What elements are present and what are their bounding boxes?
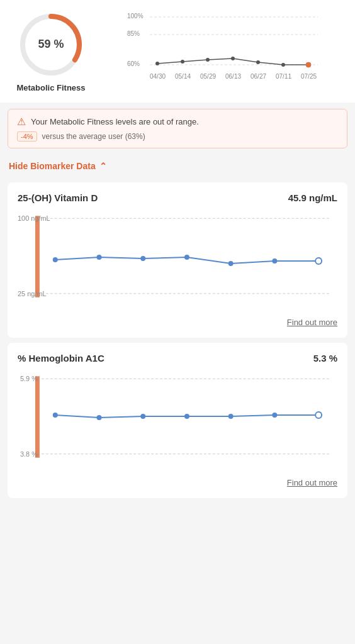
svg-text:60%: 60%: [127, 60, 140, 67]
svg-point-30: [184, 255, 189, 260]
hide-biomarker-toggle[interactable]: Hide Biomarker Data ⌃: [0, 155, 355, 177]
svg-text:100%: 100%: [127, 13, 144, 19]
svg-point-11: [231, 57, 235, 60]
svg-point-43: [228, 414, 234, 419]
gauge-percentage: 59 %: [38, 38, 64, 50]
trend-chart: 100% 85% 60% 04/30 05/14 05/29 06/: [102, 11, 345, 92]
svg-point-33: [315, 258, 322, 264]
svg-point-31: [228, 261, 234, 266]
biomarker-header-vitamind: 25-(OH) Vitamin D 45.9 ng/mL: [18, 192, 337, 203]
svg-text:05/14: 05/14: [175, 73, 191, 80]
svg-text:5.9 %: 5.9 %: [20, 375, 38, 382]
svg-text:05/29: 05/29: [200, 73, 216, 80]
alert-main-text: Your Metabolic Fitness levels are out of…: [31, 117, 199, 126]
svg-text:07/11: 07/11: [276, 73, 291, 80]
svg-point-13: [281, 63, 285, 67]
biomarker-title-hba1c: % Hemoglobin A1C: [18, 353, 104, 364]
find-out-more-link-hba1c[interactable]: Find out more: [287, 478, 337, 487]
find-out-more-vitamind[interactable]: Find out more: [18, 316, 337, 328]
svg-text:85%: 85%: [127, 30, 140, 37]
hide-biomarker-label: Hide Biomarker Data: [9, 161, 96, 171]
biomarker-title-vitamind: 25-(OH) Vitamin D: [18, 192, 98, 203]
svg-point-12: [256, 60, 260, 64]
svg-text:07/25: 07/25: [301, 73, 317, 80]
trend-chart-svg: 100% 85% 60% 04/30 05/14 05/29 06/: [102, 11, 345, 92]
alert-badge: -4%: [17, 131, 37, 142]
alert-icon: ⚠: [17, 116, 26, 128]
svg-point-8: [155, 62, 159, 65]
find-out-more-hba1c[interactable]: Find out more: [18, 477, 337, 488]
biomarker-chart-vitamind: 100 ng/mL 25 ng/mL: [18, 209, 337, 310]
svg-point-40: [97, 415, 102, 420]
alert-box: ⚠ Your Metabolic Fitness levels are out …: [8, 109, 347, 148]
svg-point-29: [140, 256, 145, 261]
vitamind-svg: 100 ng/mL 25 ng/mL: [18, 209, 337, 310]
svg-text:06/13: 06/13: [225, 73, 241, 80]
hba1c-svg: 5.9 % 3.8 %: [18, 370, 337, 470]
biomarker-header-hba1c: % Hemoglobin A1C 5.3 %: [18, 353, 337, 364]
svg-text:3.8 %: 3.8 %: [20, 450, 38, 458]
gauge-label: Metabolic Fitness: [16, 83, 85, 92]
svg-point-45: [315, 412, 322, 418]
svg-point-39: [53, 413, 58, 418]
svg-rect-22: [35, 216, 40, 297]
svg-point-44: [272, 413, 277, 418]
alert-row: ⚠ Your Metabolic Fitness levels are out …: [17, 116, 338, 128]
svg-point-41: [140, 414, 145, 419]
svg-point-32: [272, 258, 277, 264]
alert-sub-text: versus the average user (63%): [42, 132, 145, 141]
svg-text:06/27: 06/27: [251, 73, 266, 80]
biomarker-value-hba1c: 5.3 %: [313, 353, 337, 364]
header-section: 59 % Metabolic Fitness 100% 85% 60%: [0, 0, 355, 103]
svg-point-42: [184, 414, 189, 419]
gauge-svg: 59 %: [16, 10, 86, 79]
chevron-up-icon: ⌃: [99, 161, 107, 171]
svg-text:04/30: 04/30: [150, 73, 166, 80]
gauge-container: 59 % Metabolic Fitness: [10, 10, 92, 92]
svg-point-10: [206, 58, 210, 62]
svg-point-9: [181, 60, 184, 64]
svg-rect-34: [35, 376, 40, 457]
biomarker-card-hba1c: % Hemoglobin A1C 5.3 % 5.9 % 3.8 %: [8, 343, 347, 498]
biomarker-value-vitamind: 45.9 ng/mL: [288, 192, 337, 203]
biomarker-card-vitamind: 25-(OH) Vitamin D 45.9 ng/mL 100 ng/mL 2…: [8, 182, 347, 338]
find-out-more-link-vitamind[interactable]: Find out more: [287, 318, 337, 327]
svg-text:100 ng/mL: 100 ng/mL: [18, 214, 50, 222]
svg-point-14: [306, 62, 311, 67]
svg-point-27: [53, 257, 58, 262]
alert-sub: -4% versus the average user (63%): [17, 131, 338, 142]
svg-point-28: [97, 255, 102, 260]
biomarker-chart-hba1c: 5.9 % 3.8 %: [18, 370, 337, 470]
